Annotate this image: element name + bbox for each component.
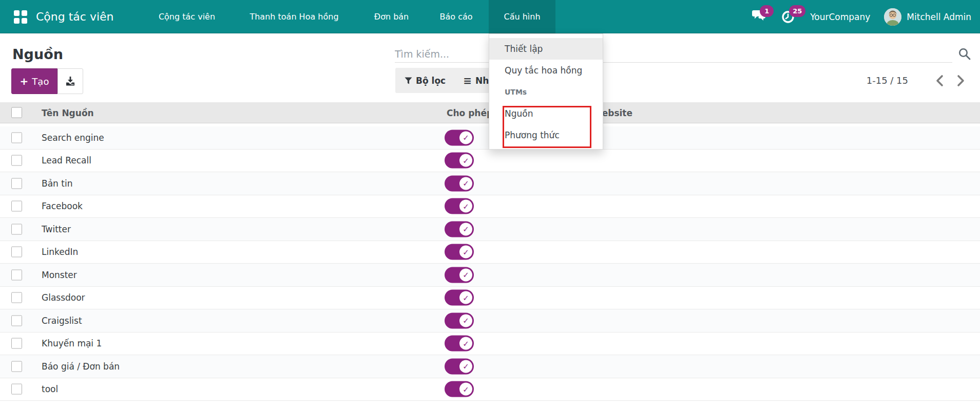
- company-switcher[interactable]: YourCompany: [810, 12, 870, 22]
- row-checkbox[interactable]: [11, 384, 22, 395]
- chevron-left-icon: [935, 75, 944, 87]
- row-source-name: Twitter: [42, 224, 71, 234]
- check-icon: ✓: [459, 223, 472, 235]
- allowed-toggle-on[interactable]: ✓: [445, 290, 474, 306]
- table-row[interactable]: Monster ✓: [0, 264, 980, 287]
- allowed-toggle-on[interactable]: ✓: [445, 175, 474, 191]
- check-icon: ✓: [459, 314, 472, 327]
- row-checkbox[interactable]: [11, 155, 22, 166]
- funnel-icon: [405, 77, 412, 84]
- activities-button[interactable]: 25: [781, 9, 796, 25]
- page-title: Nguồn: [12, 46, 63, 62]
- table-row[interactable]: Khuyến mại 1 ✓: [0, 333, 980, 356]
- row-checkbox[interactable]: [11, 224, 22, 234]
- app-window: Cộng tác viên Cộng tác viênThanh toán Ho…: [0, 0, 980, 405]
- allowed-toggle-on[interactable]: ✓: [445, 153, 474, 169]
- allowed-toggle-on[interactable]: ✓: [445, 198, 474, 214]
- check-icon: ✓: [459, 154, 472, 167]
- check-icon: ✓: [459, 131, 472, 144]
- messages-button[interactable]: 1: [752, 9, 767, 25]
- nav-item-2[interactable]: Đơn bán: [359, 0, 424, 33]
- check-icon: ✓: [459, 200, 472, 213]
- user-avatar: [884, 8, 901, 26]
- row-source-name: LinkedIn: [42, 247, 78, 257]
- allowed-toggle-on[interactable]: ✓: [445, 312, 474, 328]
- create-button[interactable]: + Tạo: [11, 68, 57, 94]
- navbar-right-group: 1 25 YourCompany: [752, 0, 971, 33]
- apps-grid-icon[interactable]: [14, 10, 27, 24]
- row-checkbox[interactable]: [11, 132, 22, 143]
- allowed-toggle-on[interactable]: ✓: [445, 381, 474, 397]
- user-menu[interactable]: Mitchell Admin: [884, 8, 971, 26]
- row-checkbox[interactable]: [11, 269, 22, 280]
- nav-item-3[interactable]: Báo cáo: [424, 0, 489, 33]
- allowed-toggle-on[interactable]: ✓: [445, 244, 474, 260]
- row-checkbox[interactable]: [11, 292, 22, 303]
- group-by-icon: ≡: [463, 76, 472, 86]
- user-name: Mitchell Admin: [907, 12, 971, 22]
- nav-item-4[interactable]: Cấu hình: [489, 0, 555, 33]
- table-row[interactable]: Lead Recall ✓: [0, 150, 980, 173]
- download-icon: [65, 76, 76, 87]
- row-checkbox[interactable]: [11, 247, 22, 257]
- table-row[interactable]: Glassdoor ✓: [0, 287, 980, 310]
- check-icon: ✓: [459, 291, 472, 304]
- row-checkbox[interactable]: [11, 361, 22, 372]
- nav-item-0[interactable]: Cộng tác viên: [145, 0, 229, 33]
- table-row[interactable]: Bản tin ✓: [0, 172, 980, 195]
- menu-item-utm-0[interactable]: Nguồn: [489, 103, 603, 124]
- export-button[interactable]: [57, 68, 83, 94]
- allowed-toggle-on[interactable]: ✓: [445, 267, 474, 283]
- check-icon: ✓: [459, 268, 472, 281]
- nav-item-1[interactable]: Thanh toán Hoa hồng: [229, 0, 359, 33]
- column-header-allowed[interactable]: Cho phép: [447, 102, 493, 123]
- check-icon: ✓: [459, 177, 472, 190]
- select-all-checkbox[interactable]: [11, 107, 22, 118]
- table-row[interactable]: tool ✓: [0, 378, 980, 401]
- allowed-toggle-on[interactable]: ✓: [445, 336, 474, 352]
- table-row[interactable]: Twitter ✓: [0, 218, 980, 241]
- row-source-name: Search engine: [42, 133, 104, 143]
- messages-count-badge: 1: [760, 5, 774, 17]
- table-row[interactable]: Facebook ✓: [0, 195, 980, 218]
- chevron-right-icon: [957, 75, 965, 87]
- row-checkbox[interactable]: [11, 315, 22, 326]
- column-header-name[interactable]: Tên Nguồn: [42, 102, 94, 123]
- pager-previous-button[interactable]: [933, 73, 946, 88]
- menu-item-commission-rules[interactable]: Quy tắc hoa hồng: [489, 60, 603, 81]
- activities-count-badge: 25: [789, 5, 805, 17]
- row-source-name: Lead Recall: [42, 155, 91, 165]
- menu-item-utm-1[interactable]: Phương thức: [489, 124, 603, 146]
- allowed-toggle-on[interactable]: ✓: [445, 358, 474, 374]
- row-source-name: Bản tin: [42, 178, 72, 189]
- search-icon: [958, 47, 971, 61]
- pager: 1-15 / 15: [867, 68, 968, 93]
- check-icon: ✓: [459, 383, 472, 396]
- menu-item-settings[interactable]: Thiết lập: [489, 38, 603, 60]
- row-source-name: Glassdoor: [42, 292, 85, 303]
- row-source-name: Báo giá / Đơn bán: [42, 361, 120, 372]
- pager-next-button[interactable]: [954, 73, 968, 88]
- search-input[interactable]: [395, 45, 952, 63]
- row-source-name: Khuyến mại 1: [42, 338, 102, 348]
- allowed-toggle-on[interactable]: ✓: [445, 130, 474, 145]
- row-source-name: tool: [42, 384, 58, 394]
- table-row[interactable]: LinkedIn ✓: [0, 241, 980, 264]
- table-row[interactable]: Craigslist ✓: [0, 309, 980, 333]
- filters-button[interactable]: Bộ lọc: [405, 76, 446, 86]
- plus-icon: +: [20, 76, 29, 86]
- search-button[interactable]: [958, 46, 973, 62]
- row-source-name: Facebook: [42, 201, 83, 211]
- check-icon: ✓: [459, 360, 472, 373]
- table-row[interactable]: Báo giá / Đơn bán ✓: [0, 355, 980, 378]
- row-source-name: Monster: [42, 270, 77, 280]
- row-checkbox[interactable]: [11, 178, 22, 189]
- check-icon: ✓: [459, 337, 472, 350]
- row-source-name: Craigslist: [42, 316, 82, 326]
- utm-items-container: NguồnPhương thức: [489, 103, 603, 146]
- allowed-toggle-on[interactable]: ✓: [445, 221, 474, 237]
- row-checkbox[interactable]: [11, 338, 22, 349]
- check-icon: ✓: [459, 246, 472, 259]
- row-checkbox[interactable]: [11, 201, 22, 212]
- app-brand-title[interactable]: Cộng tác viên: [36, 0, 114, 33]
